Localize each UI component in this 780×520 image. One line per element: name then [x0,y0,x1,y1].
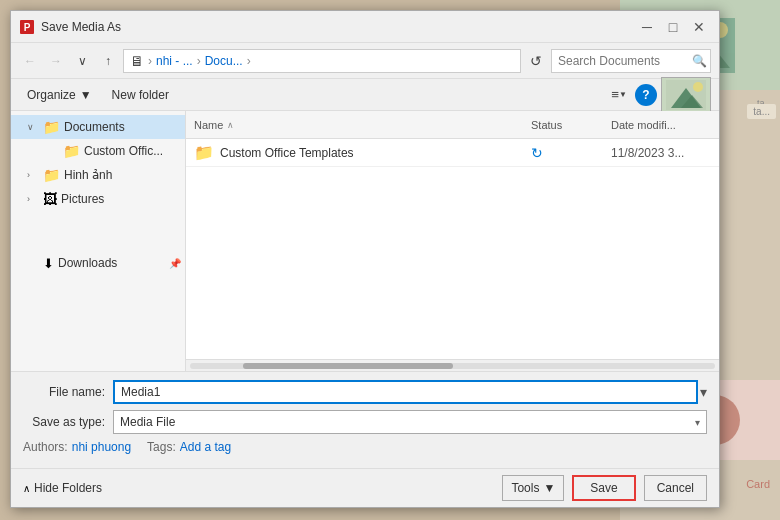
preview-thumbnail [661,77,711,113]
sidebar-downloads-label: Downloads [58,256,117,270]
pin-icon: 📌 [169,258,181,269]
tags-placeholder[interactable]: Add a tag [180,440,231,454]
file-name-label: File name: [23,385,113,399]
maximize-button[interactable]: □ [661,15,685,39]
view-button[interactable]: ≡ ▼ [607,83,631,107]
save-button[interactable]: Save [572,475,635,501]
documents-expand-arrow: ∨ [27,122,39,132]
breadcrumb-docs[interactable]: Docu... [205,54,243,68]
window-controls: ─ □ ✕ [635,15,711,39]
meta-row: Authors: nhi phuong Tags: Add a tag [23,440,707,454]
save-as-type-select[interactable]: Media File ▾ [113,410,707,434]
column-name[interactable]: Name ∧ [194,119,531,131]
breadcrumb[interactable]: 🖥 › nhi - ... › Docu... › [123,49,521,73]
sidebar-hinh-anh-label: Hinh ảnh [64,168,112,182]
file-list: 📁 Custom Office Templates ↻ 11/8/2023 3.… [186,139,719,359]
hinh-anh-expand-arrow: › [27,170,39,180]
hide-folders-label: Hide Folders [34,481,102,495]
new-folder-button[interactable]: New folder [104,83,177,107]
authors-value[interactable]: nhi phuong [72,440,131,454]
hinh-anh-folder-icon: 📁 [43,167,60,183]
toolbar: Organize ▼ New folder ≡ ▼ ? [11,79,719,111]
file-list-header: Name ∧ Status Date modifi... [186,111,719,139]
horizontal-scrollbar[interactable] [186,359,719,371]
pictures-expand-arrow: › [27,194,39,204]
sync-icon: ↻ [531,145,543,161]
sidebar-item-downloads[interactable]: ⬇ Downloads 📌 [11,251,185,275]
file-item-custom-office-templates[interactable]: 📁 Custom Office Templates ↻ 11/8/2023 3.… [186,139,719,167]
cancel-button[interactable]: Cancel [644,475,707,501]
tools-button[interactable]: Tools ▼ [502,475,564,501]
pictures-folder-icon: 🖼 [43,191,57,207]
back-button[interactable]: ← [19,50,41,72]
view-icon: ≡ [611,87,619,102]
file-status-cell: ↻ [531,145,611,161]
file-folder-icon: 📁 [194,143,214,162]
status-column-label: Status [531,119,562,131]
bottom-form: File name: ▾ Save as type: Media File ▾ … [11,371,719,468]
save-as-type-arrow: ▾ [695,417,700,428]
save-as-type-value: Media File [120,415,175,429]
file-date-cell: 11/8/2023 3... [611,146,711,160]
view-arrow: ▼ [619,90,627,99]
dialog-icon: P [19,19,35,35]
address-bar: ← → ∨ ↑ 🖥 › nhi - ... › Docu... › ↺ 🔍 [11,43,719,79]
sidebar-documents-label: Documents [64,120,125,134]
forward-button[interactable]: → [45,50,67,72]
date-column-label: Date modifi... [611,119,676,131]
column-date: Date modifi... [611,119,711,131]
breadcrumb-nhi[interactable]: nhi - ... [156,54,193,68]
breadcrumb-sep3: › [247,54,251,68]
breadcrumb-sep1: › [148,54,152,68]
sidebar: ∨ 📁 Documents 📁 Custom Offic... › 📁 Hinh… [11,111,186,371]
file-name-dropdown[interactable]: ▾ [700,384,707,400]
tags-group: Tags: Add a tag [147,440,231,454]
svg-point-10 [693,82,703,92]
breadcrumb-icon: 🖥 [130,53,144,69]
sidebar-item-documents[interactable]: ∨ 📁 Documents [11,115,185,139]
title-bar: P Save Media As ─ □ ✕ [11,11,719,43]
help-button[interactable]: ? [635,84,657,106]
dropdown-button[interactable]: ∨ [71,50,93,72]
tags-label: Tags: [147,440,176,454]
organize-button[interactable]: Organize ▼ [19,83,100,107]
footer: ∧ Hide Folders Tools ▼ Save Cancel [11,468,719,507]
tools-arrow: ▼ [543,481,555,495]
up-button[interactable]: ↑ [97,50,119,72]
sidebar-item-pictures[interactable]: › 🖼 Pictures [11,187,185,211]
breadcrumb-sep2: › [197,54,201,68]
file-date: 11/8/2023 3... [611,146,684,160]
name-column-label: Name [194,119,223,131]
file-name-cell: 📁 Custom Office Templates [194,143,531,162]
authors-group: Authors: nhi phuong [23,440,131,454]
organize-arrow: ▼ [80,88,92,102]
save-as-type-label: Save as type: [23,415,113,429]
hide-folders-area[interactable]: ∧ Hide Folders [23,481,102,495]
file-name-input[interactable] [113,380,698,404]
documents-folder-icon: 📁 [43,119,60,135]
tools-label: Tools [511,481,539,495]
new-folder-label: New folder [112,88,169,102]
search-wrapper: 🔍 [551,49,711,73]
sidebar-custom-office-label: Custom Offic... [84,144,163,158]
card-label: Card [746,478,770,490]
column-status: Status [531,119,611,131]
minimize-button[interactable]: ─ [635,15,659,39]
main-area: ∨ 📁 Documents 📁 Custom Offic... › 📁 Hinh… [11,111,719,371]
sidebar-pictures-label: Pictures [61,192,104,206]
footer-right: Tools ▼ Save Cancel [502,475,707,501]
sidebar-item-hinh-anh[interactable]: › 📁 Hinh ảnh [11,163,185,187]
refresh-button[interactable]: ↺ [525,50,547,72]
file-name-row: File name: ▾ [23,380,707,404]
search-input[interactable] [551,49,711,73]
name-sort-icon: ∧ [227,120,234,130]
authors-label: Authors: [23,440,68,454]
downloads-folder-icon: ⬇ [43,256,54,271]
sidebar-item-custom-office[interactable]: 📁 Custom Offic... [11,139,185,163]
dialog-title: Save Media As [41,20,635,34]
close-button[interactable]: ✕ [687,15,711,39]
organize-label: Organize [27,88,76,102]
svg-text:P: P [24,22,31,33]
custom-office-folder-icon: 📁 [63,143,80,159]
file-name: Custom Office Templates [220,146,354,160]
